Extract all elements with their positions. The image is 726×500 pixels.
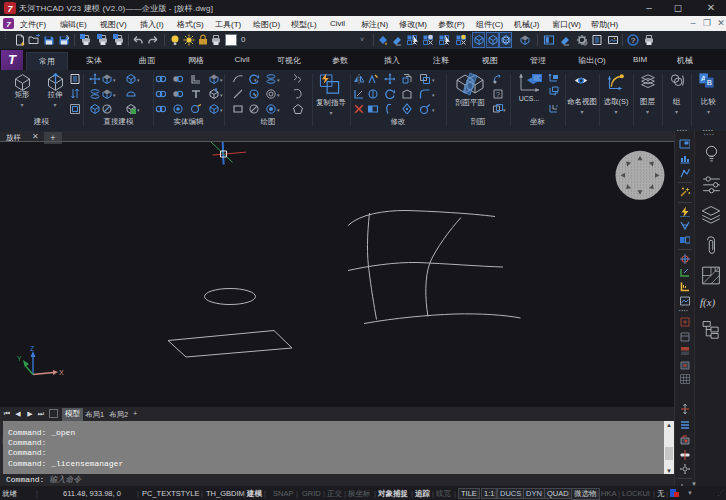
svg-text:?: ? [496,91,500,98]
svg-text:B: B [707,78,712,87]
svg-text:X: X [59,369,64,376]
svg-text:7: 7 [6,20,11,29]
svg-text:Z: Z [30,344,35,351]
svg-text:Y: Y [17,354,22,361]
